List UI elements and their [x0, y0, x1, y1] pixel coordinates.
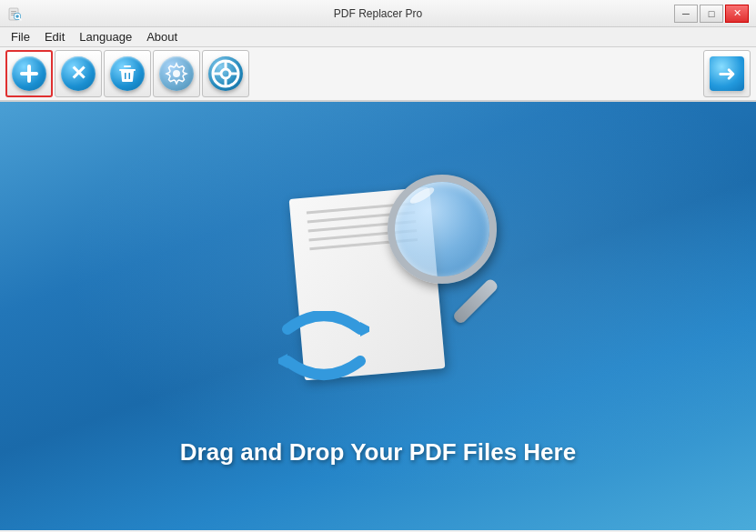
svg-rect-9 [125, 73, 126, 79]
arrow-right-icon: ➜ [710, 56, 744, 91]
svg-marker-18 [360, 322, 369, 336]
close-button[interactable]: ✕ [725, 5, 749, 23]
menu-bar: File Edit Language About [0, 27, 756, 47]
cancel-icon: ✕ [61, 56, 96, 91]
add-icon [12, 56, 46, 91]
svg-rect-10 [129, 73, 131, 79]
svg-point-13 [221, 69, 230, 78]
menu-edit[interactable]: Edit [37, 28, 72, 45]
next-button[interactable]: ➜ [703, 50, 751, 97]
magnifying-glass-icon [388, 175, 497, 284]
pdf-illustration [251, 166, 506, 420]
add-button[interactable] [5, 50, 53, 97]
minimize-button[interactable]: ─ [674, 5, 698, 23]
title-bar: PDF Replacer Pro ─ □ ✕ [0, 0, 756, 27]
window-title: PDF Replacer Pro [334, 7, 422, 20]
svg-point-11 [173, 70, 180, 77]
drop-text: Drag and Drop Your PDF Files Here [180, 438, 576, 467]
menu-about[interactable]: About [139, 28, 185, 45]
help-button[interactable] [202, 50, 249, 97]
menu-language[interactable]: Language [72, 28, 139, 45]
menu-file[interactable]: File [4, 28, 37, 45]
svg-marker-19 [278, 354, 287, 368]
toolbar: ✕ [0, 47, 756, 102]
main-content[interactable]: Drag and Drop Your PDF Files Here [0, 102, 756, 530]
svg-rect-1 [11, 11, 16, 12]
settings-button[interactable] [153, 50, 200, 97]
delete-button[interactable] [104, 50, 151, 97]
help-icon [208, 56, 243, 91]
svg-rect-7 [119, 69, 136, 71]
restore-button[interactable]: □ [700, 5, 723, 23]
cancel-button[interactable]: ✕ [55, 50, 102, 97]
refresh-arrows-icon [278, 311, 369, 384]
window-controls: ─ □ ✕ [674, 5, 749, 23]
title-bar-left [7, 6, 22, 21]
app-icon [7, 6, 22, 21]
svg-line-6 [19, 18, 21, 20]
gear-icon [159, 56, 194, 91]
svg-rect-8 [124, 65, 131, 67]
trash-icon [110, 56, 145, 91]
